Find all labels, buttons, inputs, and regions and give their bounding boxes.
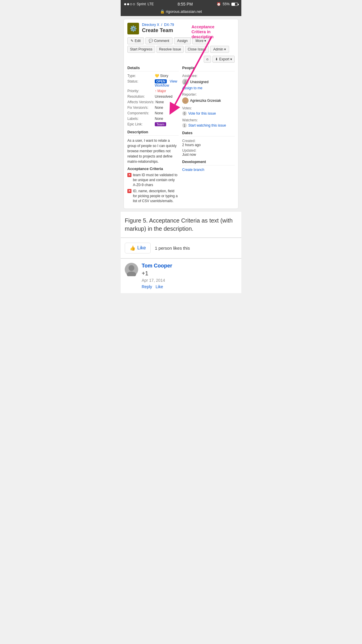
battery-fill (232, 3, 235, 6)
share-button[interactable]: ⎋ (204, 56, 211, 63)
figure-caption-text: Figure 5. Acceptance Criteria as text (w… (125, 217, 233, 232)
assign-to-me-link[interactable]: Assign to me (182, 86, 202, 90)
people-title: People (182, 66, 235, 71)
comment-text: +1 (142, 270, 237, 277)
share-icon: ⎋ (206, 57, 208, 61)
status-left: Sprint LTE (124, 2, 154, 6)
export-icon: ⬇ (215, 57, 218, 61)
updated-label: Updated: (182, 148, 235, 153)
dot-4 (133, 3, 135, 5)
dates-section: Dates Created: 2 hours ago Updated: Just… (182, 131, 235, 157)
labels-label: Labels: (127, 117, 154, 121)
figure-caption: Figure 5. Acceptance Criteria as text (w… (121, 212, 241, 237)
x-icon-2: ✕ (127, 189, 131, 193)
comment-actions: Reply Like (142, 284, 237, 289)
start-progress-button[interactable]: Start Progress (127, 46, 155, 53)
fix-value: None (155, 106, 163, 110)
project-name[interactable]: Directory X (142, 23, 159, 27)
export-button[interactable]: ⬇ Export ▾ (212, 56, 235, 63)
comment-date: Apr 17, 2014 (142, 278, 237, 283)
votes-row: 0 Vote for this issue (182, 111, 235, 116)
reply-link[interactable]: Reply (142, 284, 152, 289)
issue-key[interactable]: DX-79 (164, 23, 174, 27)
like-button[interactable]: 👍 Like (125, 243, 151, 253)
edit-button[interactable]: ✎ Edit (127, 37, 144, 44)
description-text: As a user, I want to relate a group of p… (127, 138, 179, 164)
development-title: Development (182, 160, 235, 165)
type-label: Type: (127, 74, 154, 78)
resolution-value: Unresolved (155, 94, 173, 99)
issue-card: ⚙️ Directory X / DX-79 Create Team Accep… (124, 19, 238, 209)
updated-value: Just now (182, 153, 235, 157)
reporter-name: Agnieszka Grzesiak (190, 99, 221, 103)
assignee-avatar (182, 79, 189, 85)
components-row: Component/s: None (127, 111, 179, 115)
resolution-label: Resolution: (127, 94, 154, 99)
vote-count: 0 (182, 111, 187, 116)
signal-dots (124, 3, 135, 5)
affects-row: Affects Version/s: None (127, 100, 179, 104)
secondary-buttons: ⎋ ⬇ Export ▾ (127, 56, 235, 63)
action-buttons: ✎ Edit 💬 Comment Assign More ▾ Start Pro… (127, 37, 235, 53)
edit-icon: ✎ (131, 39, 133, 43)
svg-point-5 (127, 272, 136, 276)
like-section: 👍 Like 1 person likes this (121, 238, 241, 258)
two-column-layout: Details Type: 💛 Story Status: OPEN View … (127, 66, 235, 205)
assignee-row: Unassigned (182, 79, 235, 85)
watchers-label: Watchers: (182, 118, 235, 122)
affects-value: None (156, 100, 164, 104)
carrier-name: Sprint (137, 2, 146, 6)
fix-label: Fix Version/s: (127, 106, 154, 110)
export-label: Export ▾ (219, 57, 232, 61)
labels-value: None (155, 117, 163, 121)
people-section: Assignee: Unassigned Assign to me Report… (182, 74, 235, 172)
acceptance-text-2: ID, name, description, field for picking… (133, 189, 179, 203)
status-label: Status: (127, 79, 154, 88)
priority-text: Major (157, 89, 166, 93)
alarm-icon: ⏰ (217, 2, 221, 6)
comment-section: Tom Cooper +1 Apr 17, 2014 Reply Like (121, 258, 241, 293)
svg-point-3 (184, 99, 187, 101)
admin-label: Admin ▾ (213, 47, 226, 51)
comment-button[interactable]: 💬 Comment (145, 37, 173, 44)
status-bar: Sprint LTE 8:55 PM ⏰ 55% (121, 0, 241, 8)
more-label: More ▾ (196, 39, 206, 43)
comment-header: Tom Cooper +1 Apr 17, 2014 Reply Like (125, 263, 237, 289)
network-type: LTE (147, 2, 154, 6)
vote-link[interactable]: Vote for this issue (188, 111, 216, 116)
dates-title: Dates (182, 131, 235, 136)
dot-2 (127, 3, 129, 5)
admin-button[interactable]: Admin ▾ (210, 46, 229, 53)
create-branch-link[interactable]: Create branch (182, 168, 204, 172)
resolve-issue-label: Resolve Issue (159, 47, 181, 51)
status-badge: OPEN (155, 79, 167, 83)
resolve-issue-button[interactable]: Resolve Issue (157, 46, 184, 53)
votes-label: Votes: (182, 106, 235, 110)
description-section: Description As a user, I want to relate … (127, 130, 179, 204)
reporter-avatar (182, 97, 189, 104)
url-bar[interactable]: 🔒 rigorous.atlassian.net (121, 8, 241, 16)
dot-1 (124, 3, 126, 5)
thumbs-up-icon: 👍 (130, 245, 136, 251)
reporter-label: Reporter: (182, 92, 235, 97)
close-issue-label: Close Issue (188, 47, 206, 51)
left-column: Details Type: 💛 Story Status: OPEN View … (127, 66, 179, 205)
assignee-label: Assignee: (182, 74, 235, 78)
commenter-name[interactable]: Tom Cooper (142, 263, 237, 269)
type-value: 💛 Story (155, 74, 168, 78)
components-label: Component/s: (127, 111, 154, 115)
epic-tag[interactable]: Team (155, 122, 166, 126)
like-label: Like (137, 245, 146, 251)
development-section: Development Create branch (182, 160, 235, 172)
assignee-name: Unassigned (190, 80, 208, 84)
svg-point-4 (129, 265, 134, 271)
assign-button[interactable]: Assign (174, 37, 191, 44)
watch-link[interactable]: Start watching this issue (188, 123, 226, 127)
type-icon: 💛 (155, 74, 159, 78)
comment-like-link[interactable]: Like (156, 284, 163, 289)
reporter-row: Agnieszka Grzesiak (182, 97, 235, 104)
close-issue-button[interactable]: Close Issue (185, 46, 209, 53)
epic-label: Epic Link: (127, 122, 154, 126)
epic-value: Team (155, 122, 166, 126)
priority-icon: ↑ (155, 89, 157, 93)
